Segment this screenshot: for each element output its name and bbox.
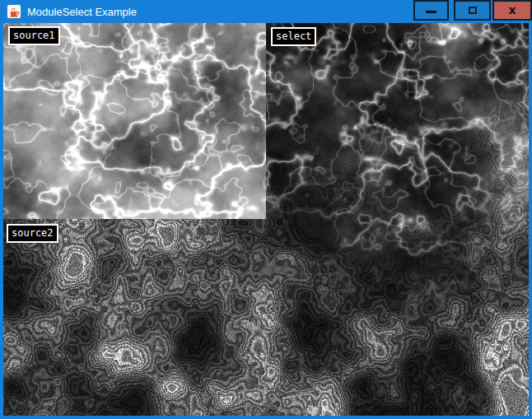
label-select: select — [271, 27, 316, 46]
label-source2: source2 — [7, 224, 58, 243]
maximize-icon — [469, 7, 477, 14]
close-icon: x — [508, 4, 516, 16]
noise-render-canvas — [3, 23, 529, 416]
close-button[interactable]: x — [492, 0, 532, 21]
java-icon — [7, 4, 21, 19]
window-title: ModuleSelect Example — [27, 6, 137, 18]
titlebar[interactable]: ModuleSelect Example x — [0, 0, 532, 23]
label-source1: source1 — [8, 26, 60, 45]
minimize-icon — [426, 11, 436, 13]
render-client-area: source1 select source2 — [3, 23, 529, 416]
minimize-button[interactable] — [413, 0, 449, 21]
app-window: ModuleSelect Example x source1 select so… — [0, 0, 532, 419]
maximize-button[interactable] — [454, 0, 491, 21]
